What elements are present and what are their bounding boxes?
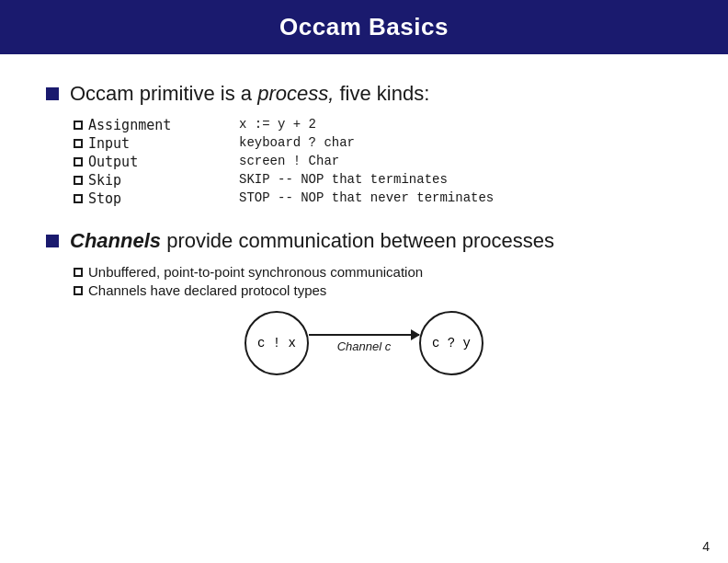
sub-item-unbuffered-text: Unbuffered, point-to-point synchronous c…: [88, 264, 423, 280]
slide-content: Occam primitive is a process, five kinds…: [0, 54, 728, 563]
items-grid: Assignment x := y + 2 Input keyboard ? c…: [74, 117, 682, 207]
sub-item-protocol: Channels have declared protocol types: [74, 282, 682, 298]
section2-header-italic: Channels: [70, 229, 161, 252]
small-square-protocol: [74, 286, 83, 295]
item-input-label: Input: [74, 135, 239, 152]
item-assignment-text: Assignment: [88, 117, 171, 133]
item-input-code: keyboard ? char: [239, 135, 682, 152]
channel-connector: Channel c: [309, 334, 419, 353]
item-skip-text: Skip: [88, 172, 121, 189]
item-stop-text: Stop: [88, 190, 121, 207]
item-assignment-code: x := y + 2: [239, 117, 682, 133]
bullet-square-2: [46, 235, 59, 247]
item-output-text: Output: [88, 154, 138, 170]
right-node-label: c ? y: [432, 336, 471, 350]
section1-header-text: Occam primitive is a: [70, 82, 257, 105]
section2-header: Channels provide communication between p…: [46, 229, 682, 253]
section1-header-end: five kinds:: [334, 82, 429, 105]
channels-sub-items: Unbuffered, point-to-point synchronous c…: [74, 264, 682, 298]
channel-label: Channel c: [337, 339, 392, 353]
sub-item-unbuffered: Unbuffered, point-to-point synchronous c…: [74, 264, 682, 280]
section1-header: Occam primitive is a process, five kinds…: [46, 82, 682, 106]
item-skip-label: Skip: [74, 172, 239, 189]
page-number: 4: [702, 539, 710, 554]
item-input-text: Input: [88, 135, 130, 152]
small-square-unbuffered: [74, 268, 83, 277]
item-skip-code: SKIP -- NOP that terminates: [239, 172, 682, 189]
section1-header-italic: process,: [257, 82, 334, 105]
small-square-skip: [74, 176, 83, 185]
small-square-input: [74, 139, 83, 148]
section-channels: Channels provide communication between p…: [46, 229, 682, 375]
item-output-code: screen ! Char: [239, 154, 682, 170]
section2-header-end: provide communication between processes: [161, 229, 554, 252]
slide: Occam Basics Occam primitive is a proces…: [0, 0, 728, 563]
slide-title: Occam Basics: [0, 0, 728, 54]
item-assignment-label: Assignment: [74, 117, 239, 133]
small-square-assignment: [74, 121, 83, 130]
channel-line: [309, 334, 419, 336]
item-stop-label: Stop: [74, 190, 239, 207]
item-stop-code: STOP -- NOP that never terminates: [239, 190, 682, 207]
section1-title: Occam primitive is a process, five kinds…: [70, 82, 429, 106]
section-primitive: Occam primitive is a process, five kinds…: [46, 82, 682, 207]
right-node: c ? y: [419, 311, 483, 375]
section2-title: Channels provide communication between p…: [70, 229, 554, 253]
small-square-output: [74, 157, 83, 167]
channel-diagram: c ! x Channel c c ? y: [46, 311, 682, 375]
left-node: c ! x: [245, 311, 309, 375]
small-square-stop: [74, 194, 83, 203]
title-text: Occam Basics: [279, 13, 449, 40]
bullet-square-1: [46, 87, 59, 100]
left-node-label: c ! x: [257, 336, 296, 350]
sub-item-protocol-text: Channels have declared protocol types: [88, 282, 326, 298]
item-output-label: Output: [74, 154, 239, 170]
